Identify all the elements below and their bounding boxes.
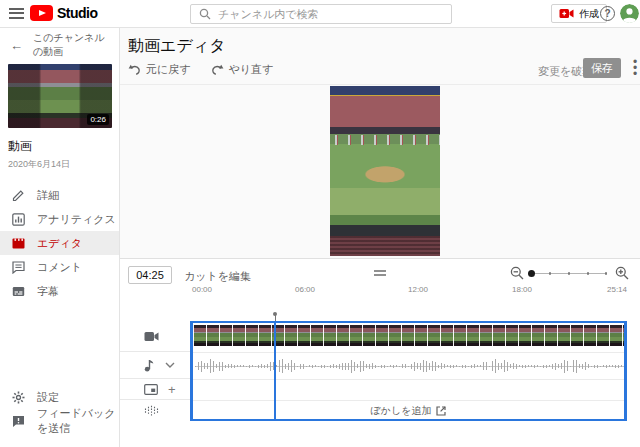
timeline-region[interactable]: ぼかしを追加 [190, 321, 627, 421]
redo-button[interactable]: やり直す [211, 62, 274, 77]
sidebar-item-label: コメント [37, 260, 82, 275]
redo-label: やり直す [229, 62, 274, 77]
back-to-channel-videos[interactable]: ← このチャンネルの動画 [0, 30, 119, 60]
video-duration-badge: 0:26 [87, 114, 109, 125]
sidebar-item-label: 設定 [37, 390, 59, 405]
add-blur-label: ぼかしを追加 [371, 404, 432, 418]
hamburger-menu-icon[interactable] [9, 8, 24, 19]
timecode-input[interactable]: 04:25 [128, 266, 172, 284]
top-app-bar: Studio 作成 ? [0, 0, 640, 28]
timeline-panel: 04:25 カットを編集 00:00 06:00 12:00 18:00 25:… [120, 258, 640, 447]
audio-track-header [120, 352, 190, 379]
undo-label: 元に戻す [146, 62, 191, 77]
create-label: 作成 [579, 7, 599, 21]
track-icon-column: + [120, 321, 190, 421]
sidebar-item-label: 詳細 [37, 188, 59, 203]
channel-search-box[interactable] [190, 4, 452, 24]
zoom-slider-thumb[interactable] [528, 270, 535, 277]
subtitles-icon [12, 285, 25, 298]
external-link-icon [436, 406, 446, 416]
sidebar-item-subtitles[interactable]: 字幕 [0, 279, 119, 303]
zoom-tick [605, 272, 607, 274]
ruler-tick-label: 00:00 [192, 285, 212, 294]
undo-button[interactable]: 元に戻す [128, 62, 191, 77]
page-title: 動画エディタ [128, 36, 226, 57]
track-divider [193, 400, 624, 401]
video-thumbnail[interactable]: 0:26 [8, 64, 112, 128]
blur-track-header [120, 400, 190, 421]
undo-icon [128, 64, 141, 75]
endscreen-track-header: + [120, 379, 190, 400]
video-date: 2020年6月14日 [8, 158, 111, 171]
sidebar-item-analytics[interactable]: アナリティクス [0, 207, 119, 231]
sidebar-item-comments[interactable]: コメント [0, 255, 119, 279]
youtube-play-icon [30, 5, 53, 21]
video-preview[interactable] [330, 86, 440, 256]
help-icon[interactable]: ? [600, 6, 615, 21]
timeline-zoom-controls [502, 264, 632, 282]
zoom-out-icon[interactable] [510, 266, 524, 280]
ruler-tick-label: 18:00 [512, 285, 532, 294]
video-camera-icon [144, 331, 159, 342]
back-label: このチャンネルの動画 [33, 31, 109, 59]
editor-icon [12, 237, 25, 250]
sidebar-item-feedback[interactable]: フィードバックを送信 [0, 409, 119, 433]
more-options-icon[interactable]: ••• [628, 59, 640, 77]
feedback-icon [12, 415, 25, 428]
gear-icon [12, 391, 25, 404]
search-input[interactable] [218, 8, 443, 20]
create-video-icon [559, 8, 574, 19]
back-arrow-icon: ← [10, 38, 23, 53]
ruler-tick-label: 25:14 [607, 285, 627, 294]
pencil-icon [12, 189, 25, 202]
account-avatar[interactable] [620, 4, 639, 23]
save-button[interactable]: 保存 [583, 58, 621, 78]
add-blur-button[interactable]: ぼかしを追加 [193, 402, 624, 419]
seats-band [330, 236, 440, 256]
sidebar-nav: 詳細 アナリティクス エディタ コメント 字幕 [0, 183, 119, 303]
sidebar-item-details[interactable]: 詳細 [0, 183, 119, 207]
ruler-tick-label: 12:00 [408, 285, 428, 294]
comment-icon [12, 261, 25, 274]
audio-waveform[interactable] [195, 357, 624, 375]
track-divider [193, 352, 624, 353]
sidebar-footer: 設定 フィードバックを送信 [0, 385, 119, 433]
playhead-line[interactable] [274, 321, 276, 421]
main-area: 動画エディタ 元に戻す やり直す 変更を破棄 保存 ••• 04:25 カッ [120, 28, 640, 447]
sidebar-item-label: 字幕 [37, 284, 59, 299]
redo-icon [211, 64, 224, 75]
sidebar: ← このチャンネルの動画 0:26 動画 2020年6月14日 詳細 アナリティ… [0, 28, 120, 447]
undo-redo-toolbar: 元に戻す やり直す [128, 62, 273, 77]
video-title: 動画 [8, 138, 111, 155]
players-band [330, 135, 440, 145]
music-note-icon [144, 359, 155, 372]
zoom-in-icon[interactable] [615, 266, 629, 280]
panel-drag-handle[interactable] [374, 270, 386, 278]
track-divider [193, 379, 624, 380]
blur-icon [144, 405, 159, 417]
sidebar-item-label: アナリティクス [37, 212, 116, 227]
person-icon [620, 4, 639, 23]
video-frames-strip[interactable] [193, 325, 624, 346]
sidebar-item-label: フィードバックを送信 [37, 406, 119, 436]
search-icon [199, 8, 211, 20]
youtube-studio-editor-screen: Studio 作成 ? ← このチャンネルの動画 0:26 動画 2020年6月… [0, 0, 640, 447]
analytics-icon [12, 213, 25, 226]
ruler-tick-label: 06:00 [295, 285, 315, 294]
sidebar-item-editor[interactable]: エディタ [0, 231, 119, 255]
youtube-studio-logo[interactable]: Studio [30, 5, 98, 21]
sidebar-item-label: エディタ [37, 236, 82, 251]
add-endscreen-icon[interactable]: + [168, 382, 176, 397]
end-screen-icon [144, 384, 158, 395]
create-button[interactable]: 作成 [551, 4, 607, 23]
brand-text: Studio [57, 5, 98, 21]
video-preview-area [120, 85, 640, 258]
chevron-down-icon[interactable] [165, 362, 175, 368]
edit-cut-button[interactable]: カットを編集 [184, 269, 251, 284]
video-track-header [120, 321, 190, 352]
